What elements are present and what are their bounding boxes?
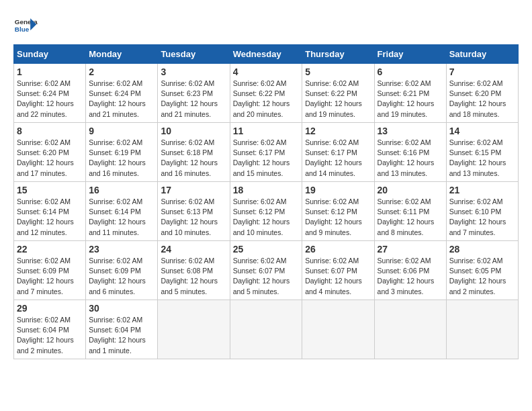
daylight-label: Daylight: 12 hours and 7 minutes.: [17, 277, 74, 295]
day-number: 1: [17, 66, 83, 77]
logo-icon: General Blue: [13, 13, 38, 38]
calendar-cell: [446, 300, 518, 359]
daylight-label: Daylight: 12 hours and 19 minutes.: [378, 99, 435, 118]
day-info: Sunrise: 6:02 AM Sunset: 6:07 PM Dayligh…: [305, 256, 371, 297]
day-info: Sunrise: 6:02 AM Sunset: 6:14 PM Dayligh…: [89, 197, 154, 238]
sunset-label: Sunset: 6:18 PM: [161, 148, 213, 156]
calendar-cell: [158, 300, 230, 359]
day-info: Sunrise: 6:02 AM Sunset: 6:17 PM Dayligh…: [305, 138, 371, 179]
sunrise-label: Sunrise: 6:02 AM: [449, 197, 503, 205]
daylight-label: Daylight: 12 hours and 13 minutes.: [378, 158, 435, 177]
day-info: Sunrise: 6:02 AM Sunset: 6:19 PM Dayligh…: [89, 138, 154, 179]
day-info: Sunrise: 6:02 AM Sunset: 6:22 PM Dayligh…: [233, 79, 300, 120]
daylight-label: Daylight: 12 hours and 22 minutes.: [17, 99, 74, 118]
day-info: Sunrise: 6:02 AM Sunset: 6:07 PM Dayligh…: [233, 256, 300, 297]
sunrise-label: Sunrise: 6:02 AM: [17, 79, 71, 87]
daylight-label: Daylight: 12 hours and 21 minutes.: [161, 99, 218, 118]
day-number: 14: [449, 126, 515, 136]
calendar-cell: 14 Sunrise: 6:02 AM Sunset: 6:15 PM Dayl…: [446, 123, 518, 182]
day-info: Sunrise: 6:02 AM Sunset: 6:10 PM Dayligh…: [449, 197, 515, 238]
calendar-cell: 18 Sunrise: 6:02 AM Sunset: 6:12 PM Dayl…: [230, 182, 302, 241]
calendar-cell: 25 Sunrise: 6:02 AM Sunset: 6:07 PM Dayl…: [230, 241, 302, 300]
day-number: 21: [449, 185, 515, 195]
calendar-cell: 26 Sunrise: 6:02 AM Sunset: 6:07 PM Dayl…: [302, 241, 374, 300]
daylight-label: Daylight: 12 hours and 21 minutes.: [89, 99, 146, 118]
calendar-cell: 5 Sunrise: 6:02 AM Sunset: 6:22 PM Dayli…: [302, 64, 374, 123]
calendar-cell: 12 Sunrise: 6:02 AM Sunset: 6:17 PM Dayl…: [302, 123, 374, 182]
day-header-sunday: Sunday: [14, 45, 86, 64]
sunset-label: Sunset: 6:22 PM: [233, 89, 285, 97]
day-number: 10: [161, 126, 226, 136]
day-info: Sunrise: 6:02 AM Sunset: 6:24 PM Dayligh…: [89, 79, 154, 120]
sunset-label: Sunset: 6:04 PM: [17, 326, 69, 334]
sunset-label: Sunset: 6:12 PM: [233, 208, 285, 216]
sunrise-label: Sunrise: 6:02 AM: [17, 257, 71, 265]
sunrise-label: Sunrise: 6:02 AM: [449, 79, 503, 87]
calendar-cell: 17 Sunrise: 6:02 AM Sunset: 6:13 PM Dayl…: [158, 182, 230, 241]
day-header-tuesday: Tuesday: [158, 45, 230, 64]
day-info: Sunrise: 6:02 AM Sunset: 6:05 PM Dayligh…: [449, 256, 515, 297]
daylight-label: Daylight: 12 hours and 5 minutes.: [233, 277, 290, 295]
day-number: 2: [89, 66, 154, 77]
daylight-label: Daylight: 12 hours and 16 minutes.: [161, 158, 218, 177]
day-number: 26: [305, 244, 371, 255]
daylight-label: Daylight: 12 hours and 16 minutes.: [89, 158, 146, 177]
daylight-label: Daylight: 12 hours and 10 minutes.: [161, 218, 218, 236]
calendar-cell: 22 Sunrise: 6:02 AM Sunset: 6:09 PM Dayl…: [14, 241, 86, 300]
week-row: 15 Sunrise: 6:02 AM Sunset: 6:14 PM Dayl…: [14, 182, 519, 241]
week-row: 8 Sunrise: 6:02 AM Sunset: 6:20 PM Dayli…: [14, 123, 519, 182]
daylight-label: Daylight: 12 hours and 1 minute.: [89, 336, 146, 354]
calendar-cell: 1 Sunrise: 6:02 AM Sunset: 6:24 PM Dayli…: [14, 64, 86, 123]
day-number: 4: [233, 66, 300, 77]
day-number: 12: [305, 126, 371, 136]
daylight-label: Daylight: 12 hours and 8 minutes.: [378, 218, 435, 236]
sunset-label: Sunset: 6:16 PM: [378, 148, 430, 156]
day-info: Sunrise: 6:02 AM Sunset: 6:09 PM Dayligh…: [17, 256, 83, 297]
page-header: General Blue: [13, 13, 519, 38]
daylight-label: Daylight: 12 hours and 9 minutes.: [305, 218, 362, 236]
sunset-label: Sunset: 6:09 PM: [89, 267, 141, 275]
calendar-cell: 30 Sunrise: 6:02 AM Sunset: 6:04 PM Dayl…: [86, 300, 158, 359]
sunrise-label: Sunrise: 6:02 AM: [233, 79, 287, 87]
day-header-saturday: Saturday: [446, 45, 518, 64]
sunset-label: Sunset: 6:14 PM: [89, 208, 141, 216]
sunrise-label: Sunrise: 6:02 AM: [17, 316, 71, 324]
sunset-label: Sunset: 6:07 PM: [233, 267, 285, 275]
sunrise-label: Sunrise: 6:02 AM: [449, 257, 503, 265]
daylight-label: Daylight: 12 hours and 2 minutes.: [17, 336, 74, 354]
sunrise-label: Sunrise: 6:02 AM: [305, 79, 359, 87]
day-header-wednesday: Wednesday: [230, 45, 302, 64]
daylight-label: Daylight: 12 hours and 10 minutes.: [233, 218, 290, 236]
day-number: 5: [305, 66, 371, 77]
day-number: 24: [161, 244, 226, 255]
sunrise-label: Sunrise: 6:02 AM: [161, 257, 214, 265]
day-info: Sunrise: 6:02 AM Sunset: 6:12 PM Dayligh…: [233, 197, 300, 238]
daylight-label: Daylight: 12 hours and 12 minutes.: [17, 218, 74, 236]
day-number: 22: [17, 244, 83, 255]
calendar-cell: 7 Sunrise: 6:02 AM Sunset: 6:20 PM Dayli…: [446, 64, 518, 123]
day-info: Sunrise: 6:02 AM Sunset: 6:09 PM Dayligh…: [89, 256, 154, 297]
sunset-label: Sunset: 6:11 PM: [378, 208, 430, 216]
sunrise-label: Sunrise: 6:02 AM: [378, 197, 431, 205]
day-info: Sunrise: 6:02 AM Sunset: 6:18 PM Dayligh…: [161, 138, 226, 179]
day-number: 6: [378, 66, 443, 77]
sunrise-label: Sunrise: 6:02 AM: [161, 138, 214, 146]
daylight-label: Daylight: 12 hours and 6 minutes.: [89, 277, 146, 295]
sunrise-label: Sunrise: 6:02 AM: [89, 79, 142, 87]
day-info: Sunrise: 6:02 AM Sunset: 6:14 PM Dayligh…: [17, 197, 83, 238]
day-number: 17: [161, 185, 226, 195]
day-info: Sunrise: 6:02 AM Sunset: 6:21 PM Dayligh…: [378, 79, 443, 120]
calendar-cell: 10 Sunrise: 6:02 AM Sunset: 6:18 PM Dayl…: [158, 123, 230, 182]
daylight-label: Daylight: 12 hours and 13 minutes.: [449, 158, 506, 177]
day-info: Sunrise: 6:02 AM Sunset: 6:06 PM Dayligh…: [378, 256, 443, 297]
day-info: Sunrise: 6:02 AM Sunset: 6:20 PM Dayligh…: [17, 138, 83, 179]
calendar-cell: 13 Sunrise: 6:02 AM Sunset: 6:16 PM Dayl…: [374, 123, 446, 182]
sunset-label: Sunset: 6:17 PM: [233, 148, 285, 156]
day-number: 7: [449, 66, 515, 77]
day-info: Sunrise: 6:02 AM Sunset: 6:08 PM Dayligh…: [161, 256, 226, 297]
sunset-label: Sunset: 6:22 PM: [305, 89, 357, 97]
svg-text:Blue: Blue: [15, 26, 30, 33]
sunset-label: Sunset: 6:13 PM: [161, 208, 213, 216]
day-header-friday: Friday: [374, 45, 446, 64]
sunrise-label: Sunrise: 6:02 AM: [161, 197, 214, 205]
